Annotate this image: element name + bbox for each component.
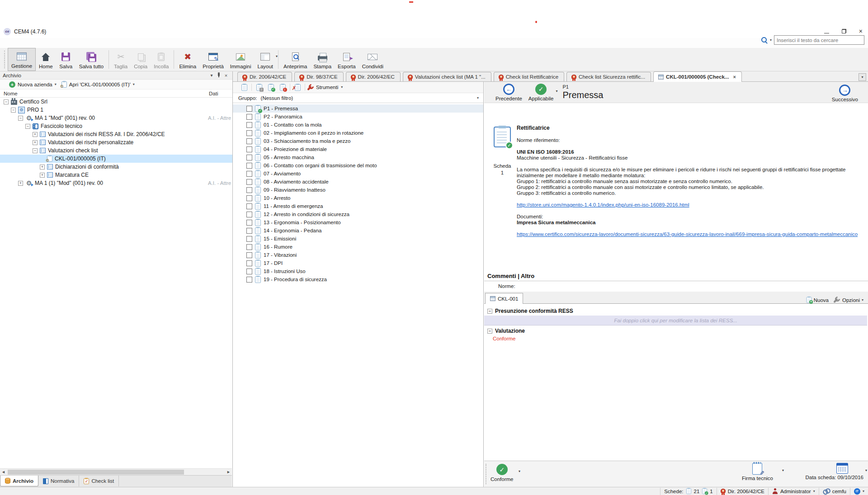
open-item-button[interactable]: Apri 'CKL-001/000005 (IT)' <box>69 82 131 87</box>
firma-tecnico-button[interactable]: Firma tecnico <box>742 463 773 481</box>
checkbox[interactable] <box>246 155 252 160</box>
checklist-item[interactable]: 03 - Schiacciamento tra mola e pezzo <box>233 137 483 145</box>
new-comment-button[interactable]: Nuova <box>806 297 829 303</box>
document-tab[interactable]: Check list Sicurezza rettific... <box>566 72 651 81</box>
bottom-tab[interactable]: Check list <box>79 476 119 486</box>
tree-expander[interactable]: + <box>18 181 23 186</box>
collapse-icon[interactable]: − <box>487 309 492 314</box>
comment-tab[interactable]: CKL-001 <box>485 293 523 304</box>
options-button[interactable]: Opzioni ▾ <box>833 297 863 303</box>
tree-expander[interactable]: + <box>33 140 38 145</box>
toolbar-button[interactable]: Stampa <box>310 48 335 71</box>
new-company-button[interactable]: Nuova azienda <box>18 82 52 87</box>
checkbox[interactable] <box>246 277 252 283</box>
open-item-caret[interactable]: ▾ <box>133 82 135 87</box>
scroll-left-arrow[interactable]: ◄ <box>0 470 7 474</box>
status-directive[interactable]: Dir. 2006/42/CE <box>717 488 768 495</box>
close-button[interactable]: × <box>859 28 863 34</box>
data-scheda-button[interactable]: Data scheda: 09/10/2016 <box>805 463 863 480</box>
user-caret[interactable]: ▾ <box>813 489 815 494</box>
checklist-item[interactable]: P1 - Premessa <box>233 104 483 113</box>
tab-close-icon[interactable]: × <box>733 74 736 80</box>
checkbox[interactable] <box>246 146 252 152</box>
checklist-item[interactable]: 12 - Arresto in condizioni di sicurezza <box>233 210 483 218</box>
horizontal-scrollbar[interactable]: ◄ ► <box>0 468 232 475</box>
checklist-item[interactable]: 13 - Ergonomia - Posizionamento <box>233 218 483 226</box>
checklist-item[interactable]: 08 - Avviamento accidentale <box>233 178 483 186</box>
tree-row[interactable]: + Dichiarazioni di conformità <box>0 163 232 171</box>
collapse-icon[interactable]: − <box>487 329 492 334</box>
document-tab[interactable]: Dir. 2006/42/EC <box>346 72 401 81</box>
checklist-tool-button[interactable] <box>292 82 303 92</box>
checklist-tool-button[interactable] <box>239 82 250 92</box>
tree-expander[interactable]: − <box>33 148 38 153</box>
dropdown-caret[interactable]: ▾ <box>276 54 278 58</box>
tools-wrench-icon[interactable] <box>307 84 314 91</box>
checklist-tool-button[interactable] <box>277 82 288 92</box>
checkbox[interactable] <box>246 228 252 234</box>
search-dropdown-caret[interactable]: ▾ <box>770 38 772 42</box>
panel-close-icon[interactable]: × <box>222 73 230 78</box>
checklist-tool-button[interactable] <box>265 82 276 92</box>
tree-row[interactable]: CKL-001/000005 (IT) <box>0 155 232 163</box>
tools-menu[interactable]: Strumenti <box>316 85 338 90</box>
toolbar-button[interactable]: Esporta <box>335 48 359 71</box>
menu-item[interactable] <box>5 42 7 44</box>
toolbar-button[interactable]: Incolla <box>151 48 172 71</box>
ress-section-header[interactable]: − Presunzione conformità RESS <box>487 308 573 314</box>
checkbox[interactable] <box>246 195 252 201</box>
tree-row[interactable]: − PRO 1 <box>0 106 232 114</box>
menu-item[interactable] <box>46 42 48 44</box>
column-data[interactable]: Dati <box>209 91 218 96</box>
checkbox[interactable] <box>246 122 252 128</box>
checklist-item[interactable]: 17 - DPI <box>233 259 483 267</box>
toolbar-button[interactable]: Taglia <box>111 48 131 71</box>
toolbar-button[interactable]: Anteprima <box>280 48 310 71</box>
checklist-item[interactable]: 17 - Vibrazioni <box>233 251 483 259</box>
valutazione-section-header[interactable]: − Valutazione <box>487 328 525 334</box>
toolbar-button[interactable]: Condividi <box>359 48 387 71</box>
tree-row[interactable]: + Marcatura CE <box>0 171 232 179</box>
checkbox[interactable] <box>246 212 252 217</box>
checkbox[interactable] <box>246 179 252 185</box>
checklist-item[interactable]: 14 - Ergonomia - Pedana <box>233 226 483 235</box>
checkbox[interactable] <box>246 163 252 169</box>
checklist-item[interactable]: 04 - Proiezione di materiale <box>233 145 483 153</box>
document-tab[interactable]: Dir. 2006/42/CE <box>237 72 292 81</box>
checkbox[interactable] <box>246 269 252 274</box>
checkbox[interactable] <box>246 130 252 136</box>
checklist-item[interactable]: 05 - Arresto macchina <box>233 153 483 161</box>
tree-expander[interactable]: − <box>11 108 16 113</box>
checkbox[interactable] <box>246 138 252 144</box>
search-input[interactable] <box>774 35 864 45</box>
pin-icon[interactable] <box>215 72 222 79</box>
applicable-button[interactable]: Applicabile ▾ <box>528 84 554 101</box>
conforme-caret[interactable]: ▾ <box>519 469 520 473</box>
checkbox[interactable] <box>246 171 252 177</box>
menu-item[interactable] <box>60 42 61 44</box>
tree-expander[interactable]: + <box>40 173 45 178</box>
tools-caret[interactable]: ▾ <box>341 85 343 90</box>
language-caret[interactable]: ▾ <box>863 489 864 494</box>
checklist-item[interactable]: 07 - Avviamento <box>233 170 483 178</box>
search-icon[interactable] <box>761 37 768 43</box>
scrollbar-thumb[interactable] <box>8 470 184 475</box>
tree-expander[interactable]: + <box>33 132 38 137</box>
document-tab[interactable]: CKL-001/000005 (Check... × <box>653 71 742 82</box>
checkbox[interactable] <box>246 260 252 266</box>
toolbar-button[interactable]: Salva <box>56 48 76 71</box>
document-link[interactable]: https://www.certifico.com/sicurezza-lavo… <box>517 231 858 237</box>
checkbox[interactable] <box>246 114 252 120</box>
checkbox[interactable] <box>246 252 252 258</box>
checklist-item[interactable]: P2 - Panoramica <box>233 113 483 121</box>
toolbar-button[interactable]: Elimina <box>176 48 199 71</box>
group-value[interactable]: (Nessun filtro) <box>261 95 293 101</box>
status-database[interactable]: cemfu <box>819 488 850 495</box>
checklist-item[interactable]: 09 - Riavviamento Inatteso <box>233 186 483 194</box>
toolbar-button[interactable]: Immagini <box>227 48 255 71</box>
document-tab[interactable]: Dir. 98/37/CE <box>294 72 343 81</box>
status-language[interactable]: IT ▾ <box>850 488 868 495</box>
checkbox[interactable] <box>246 203 252 209</box>
tree-row[interactable]: − Certifico Srl <box>0 98 232 106</box>
checkbox[interactable] <box>246 187 252 193</box>
